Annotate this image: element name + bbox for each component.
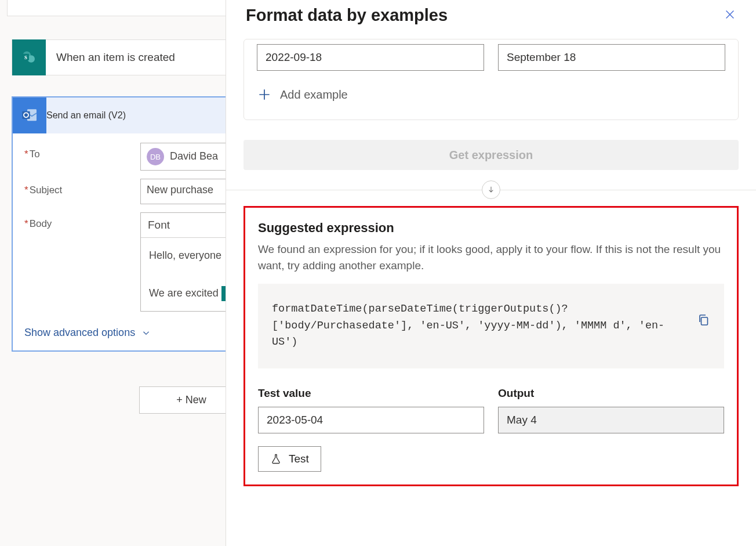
suggested-heading: Suggested expression [258, 220, 724, 236]
chevron-down-icon [141, 328, 151, 338]
example-output[interactable]: September 18 [498, 44, 725, 71]
close-button[interactable] [724, 8, 736, 23]
example-input[interactable]: 2022-09-18 [257, 44, 484, 71]
body-line2: We are excited [149, 287, 221, 299]
svg-text:S: S [24, 55, 27, 60]
flask-icon [270, 453, 282, 465]
examples-card: 2022-09-18 September 18 Add example [243, 39, 739, 120]
close-icon [724, 8, 736, 21]
arrow-down-icon [482, 180, 500, 199]
section-divider [243, 177, 739, 203]
expression-code-box: formatDateTime(parseDateTime(triggerOutp… [258, 284, 724, 368]
test-value-input[interactable]: 2023-05-04 [258, 407, 484, 433]
avatar: DB [147, 148, 164, 165]
add-example-button[interactable]: Add example [257, 87, 725, 102]
output-value: May 4 [498, 407, 724, 433]
suggested-expression-card: Suggested expression We found an express… [243, 206, 739, 486]
label-to: *To [24, 143, 140, 160]
svg-rect-9 [702, 317, 708, 325]
plus-icon [257, 87, 272, 102]
output-label: Output [498, 387, 724, 400]
expression-text[interactable]: formatDateTime(parseDateTime(triggerOutp… [272, 301, 685, 351]
trigger-title: When an item is created [46, 51, 175, 64]
format-data-panel: Format data by examples 2022-09-18 Septe… [226, 0, 756, 546]
test-button[interactable]: Test [258, 446, 321, 472]
label-body: *Body [24, 212, 140, 230]
to-name: David Bea [170, 150, 218, 162]
outlook-icon [13, 97, 46, 133]
label-subject: *Subject [24, 179, 140, 196]
test-value-label: Test value [258, 387, 484, 400]
copy-icon [696, 313, 710, 327]
panel-title: Format data by examples [246, 6, 448, 25]
get-expression-button[interactable]: Get expression [243, 140, 739, 170]
sharepoint-icon: S [12, 39, 46, 75]
suggested-description: We found an expression for you; if it lo… [258, 241, 724, 273]
copy-button[interactable] [696, 313, 710, 329]
email-action-title: Send an email (V2) [46, 110, 126, 121]
